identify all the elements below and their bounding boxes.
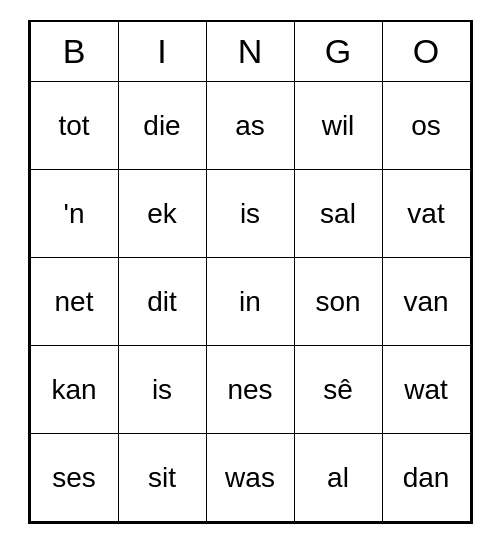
bingo-cell: in [206,258,294,346]
bingo-cell: vat [382,170,470,258]
bingo-cell: sê [294,346,382,434]
bingo-cell: was [206,434,294,522]
bingo-cell: as [206,82,294,170]
bingo-cell: die [118,82,206,170]
bingo-cell: sal [294,170,382,258]
bingo-cell: ses [30,434,118,522]
header-row: BINGO [30,22,470,82]
bingo-cell: sit [118,434,206,522]
header-cell: I [118,22,206,82]
table-row: 'nekissalvat [30,170,470,258]
table-row: totdieaswilos [30,82,470,170]
bingo-cell: kan [30,346,118,434]
header-cell: B [30,22,118,82]
header-cell: O [382,22,470,82]
table-row: sessitwasaldan [30,434,470,522]
bingo-cell: son [294,258,382,346]
bingo-cell: dan [382,434,470,522]
table-row: kanisnessêwat [30,346,470,434]
bingo-cell: dit [118,258,206,346]
bingo-cell: ek [118,170,206,258]
bingo-cell: nes [206,346,294,434]
table-row: netditinsonvan [30,258,470,346]
bingo-card: BINGO totdieaswilos'nekissalvatnetditins… [28,20,473,525]
bingo-cell: 'n [30,170,118,258]
header-cell: N [206,22,294,82]
bingo-cell: tot [30,82,118,170]
bingo-cell: os [382,82,470,170]
bingo-cell: wil [294,82,382,170]
bingo-cell: is [206,170,294,258]
bingo-cell: net [30,258,118,346]
header-cell: G [294,22,382,82]
bingo-cell: van [382,258,470,346]
bingo-table: BINGO totdieaswilos'nekissalvatnetditins… [30,22,471,523]
bingo-cell: al [294,434,382,522]
bingo-cell: is [118,346,206,434]
bingo-cell: wat [382,346,470,434]
